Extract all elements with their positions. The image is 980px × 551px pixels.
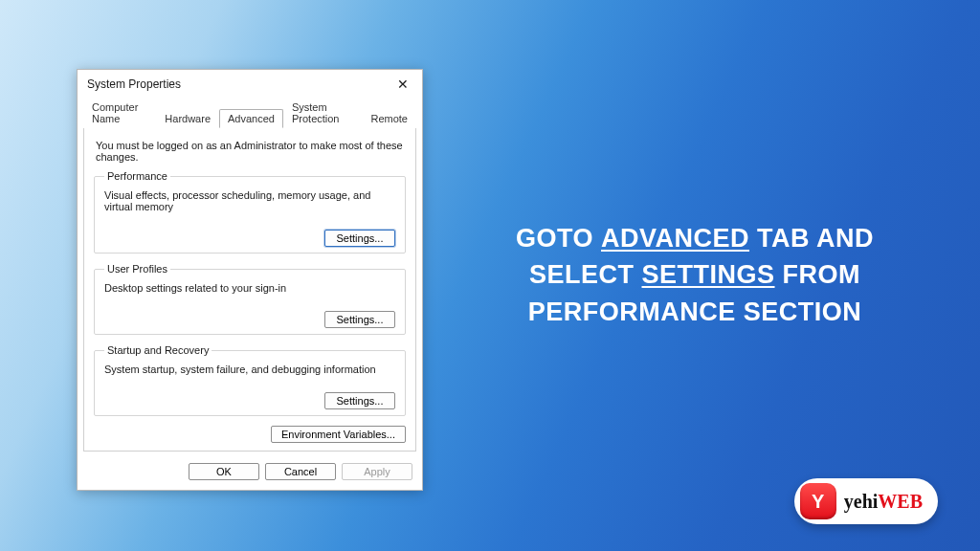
user-profiles-legend: User Profiles bbox=[104, 263, 170, 275]
instruction-line-3: PERFORMANCE SECTION bbox=[477, 294, 913, 330]
startup-recovery-legend: Startup and Recovery bbox=[104, 344, 212, 356]
performance-legend: Performance bbox=[104, 170, 170, 182]
instruction-pre-2: SELECT bbox=[529, 260, 642, 289]
instruction-post-1: TAB AND bbox=[749, 224, 874, 253]
performance-group: Performance Visual effects, processor sc… bbox=[94, 170, 406, 253]
tab-system-protection[interactable]: System Protection bbox=[283, 98, 363, 128]
user-profiles-group: User Profiles Desktop settings related t… bbox=[94, 263, 406, 335]
system-properties-dialog: System Properties ✕ Computer Name Hardwa… bbox=[77, 69, 423, 491]
apply-button[interactable]: Apply bbox=[342, 463, 412, 480]
cancel-button[interactable]: Cancel bbox=[265, 463, 336, 480]
brand-logo: Y yehiWEB bbox=[794, 478, 938, 524]
instruction-post-2: FROM bbox=[775, 260, 861, 289]
instruction-underline-advanced: ADVANCED bbox=[601, 224, 749, 253]
tab-hardware[interactable]: Hardware bbox=[156, 109, 219, 128]
close-icon[interactable]: ✕ bbox=[391, 76, 414, 93]
tab-advanced[interactable]: Advanced bbox=[219, 109, 283, 128]
environment-variables-button[interactable]: Environment Variables... bbox=[271, 426, 406, 443]
tab-computer-name[interactable]: Computer Name bbox=[83, 98, 156, 128]
titlebar: System Properties ✕ bbox=[78, 70, 422, 97]
advanced-tab-body: You must be logged on as an Administrato… bbox=[83, 127, 416, 452]
brand-wordmark: yehiWEB bbox=[844, 491, 923, 513]
brand-word-web: WEB bbox=[878, 491, 923, 512]
admin-note: You must be logged on as an Administrato… bbox=[96, 140, 404, 163]
performance-desc: Visual effects, processor scheduling, me… bbox=[104, 189, 395, 212]
user-profiles-settings-button[interactable]: Settings... bbox=[324, 311, 395, 328]
instruction-text: GOTO ADVANCED TAB AND SELECT SETTINGS FR… bbox=[477, 220, 913, 330]
ok-button[interactable]: OK bbox=[189, 463, 259, 480]
user-profiles-desc: Desktop settings related to your sign-in bbox=[104, 282, 395, 294]
startup-recovery-desc: System startup, system failure, and debu… bbox=[104, 364, 395, 375]
instruction-pre-1: GOTO bbox=[516, 224, 601, 253]
dialog-title: System Properties bbox=[87, 77, 181, 91]
instruction-underline-settings: SETTINGS bbox=[642, 260, 775, 289]
startup-recovery-group: Startup and Recovery System startup, sys… bbox=[94, 344, 406, 416]
startup-recovery-settings-button[interactable]: Settings... bbox=[324, 392, 395, 409]
brand-word-yehi: yehi bbox=[844, 491, 879, 512]
dialog-action-bar: OK Cancel Apply bbox=[78, 457, 422, 490]
performance-settings-button[interactable]: Settings... bbox=[324, 230, 395, 247]
tab-strip: Computer Name Hardware Advanced System P… bbox=[78, 97, 422, 127]
tab-remote[interactable]: Remote bbox=[362, 109, 416, 128]
brand-badge-icon: Y bbox=[800, 483, 836, 519]
